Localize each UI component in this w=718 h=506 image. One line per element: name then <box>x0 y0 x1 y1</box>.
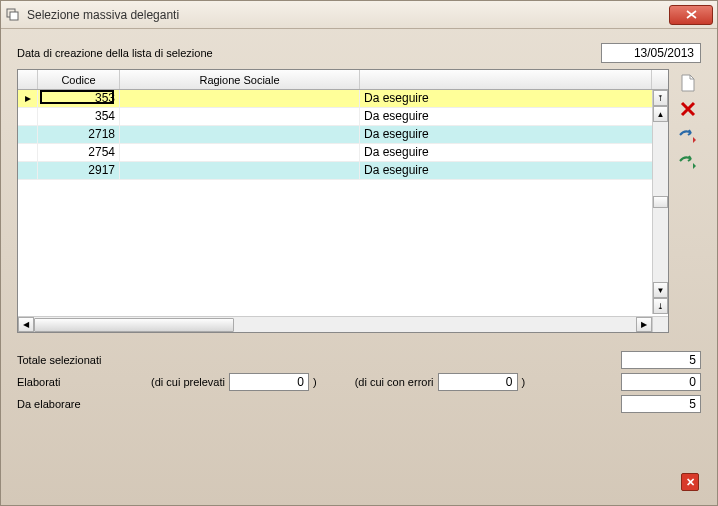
prelevati-label: (di cui prelevati <box>151 376 225 388</box>
import-button[interactable] <box>678 151 698 171</box>
cell-codice: 2718 <box>38 126 120 143</box>
import-arrow-icon <box>679 153 697 169</box>
cell-stato: Da eseguire <box>360 162 668 179</box>
paren-close2: ) <box>522 376 526 388</box>
svg-rect-1 <box>10 12 18 20</box>
cell-stato: Da eseguire <box>360 144 668 161</box>
col-ragione[interactable]: Ragione Sociale <box>120 70 360 89</box>
errori-label: (di cui con errori <box>355 376 434 388</box>
table-row[interactable]: 2917 Da eseguire <box>18 162 668 180</box>
close-button[interactable]: ✕ <box>681 473 699 491</box>
delete-icon <box>680 101 696 117</box>
totale-label: Totale selezionati <box>17 354 147 366</box>
scroll-up-icon[interactable]: ▲ <box>653 106 668 122</box>
hscroll-thumb[interactable] <box>34 318 234 332</box>
scroll-down-icon[interactable]: ▼ <box>653 282 668 298</box>
elaborati-field[interactable]: 0 <box>621 373 701 391</box>
titlebar: Selezione massiva deleganti <box>1 1 717 29</box>
cell-ragione <box>120 108 360 125</box>
totale-field[interactable]: 5 <box>621 351 701 369</box>
cell-ragione <box>120 126 360 143</box>
data-grid[interactable]: Codice Ragione Sociale ▸ 353 Da eseguire <box>17 69 669 333</box>
elaborati-label: Elaborati <box>17 376 147 388</box>
new-doc-icon <box>680 74 696 92</box>
creation-date-field[interactable]: 13/05/2013 <box>601 43 701 63</box>
paren-close: ) <box>313 376 317 388</box>
vertical-scrollbar[interactable]: ⤒ ▲ ▼ ⤓ <box>652 90 668 314</box>
creation-date-label: Data di creazione della lista di selezio… <box>17 47 213 59</box>
cell-stato: Da eseguire <box>360 108 668 125</box>
delete-button[interactable] <box>678 99 698 119</box>
scroll-right-icon[interactable]: ▶ <box>636 317 652 332</box>
daelab-field[interactable]: 5 <box>621 395 701 413</box>
table-row[interactable]: 354 Da eseguire <box>18 108 668 126</box>
scroll-first-icon[interactable]: ⤒ <box>653 90 668 106</box>
export-arrow-icon <box>679 127 697 143</box>
cell-ragione <box>120 90 360 107</box>
horizontal-scrollbar[interactable]: ◀ ▶ <box>18 316 652 332</box>
daelab-label: Da elaborare <box>17 398 147 410</box>
row-pointer-icon: ▸ <box>25 91 31 105</box>
col-codice[interactable]: Codice <box>38 70 120 89</box>
window-close-button[interactable] <box>669 5 713 25</box>
col-scroll-gap <box>652 70 668 89</box>
col-selector[interactable] <box>18 70 38 89</box>
col-stato[interactable] <box>360 70 652 89</box>
export-button[interactable] <box>678 125 698 145</box>
window-icon <box>5 7 21 23</box>
table-row[interactable]: 2718 Da eseguire <box>18 126 668 144</box>
cell-ragione <box>120 144 360 161</box>
cell-codice: 2754 <box>38 144 120 161</box>
close-icon: ✕ <box>686 476 695 489</box>
errori-field[interactable]: 0 <box>438 373 518 391</box>
scroll-corner <box>652 316 668 332</box>
cell-codice: 2917 <box>38 162 120 179</box>
scroll-left-icon[interactable]: ◀ <box>18 317 34 332</box>
scroll-thumb[interactable] <box>653 196 668 208</box>
new-button[interactable] <box>678 73 698 93</box>
grid-header: Codice Ragione Sociale <box>18 70 668 90</box>
table-row[interactable]: ▸ 353 Da eseguire <box>18 90 668 108</box>
table-row[interactable]: 2754 Da eseguire <box>18 144 668 162</box>
side-toolbar <box>675 69 701 333</box>
cell-stato: Da eseguire <box>360 90 668 107</box>
scroll-last-icon[interactable]: ⤓ <box>653 298 668 314</box>
cell-stato: Da eseguire <box>360 126 668 143</box>
cell-codice: 354 <box>38 108 120 125</box>
prelevati-field[interactable]: 0 <box>229 373 309 391</box>
cell-ragione <box>120 162 360 179</box>
cell-codice: 353 <box>95 91 115 105</box>
window-title: Selezione massiva deleganti <box>27 8 669 22</box>
